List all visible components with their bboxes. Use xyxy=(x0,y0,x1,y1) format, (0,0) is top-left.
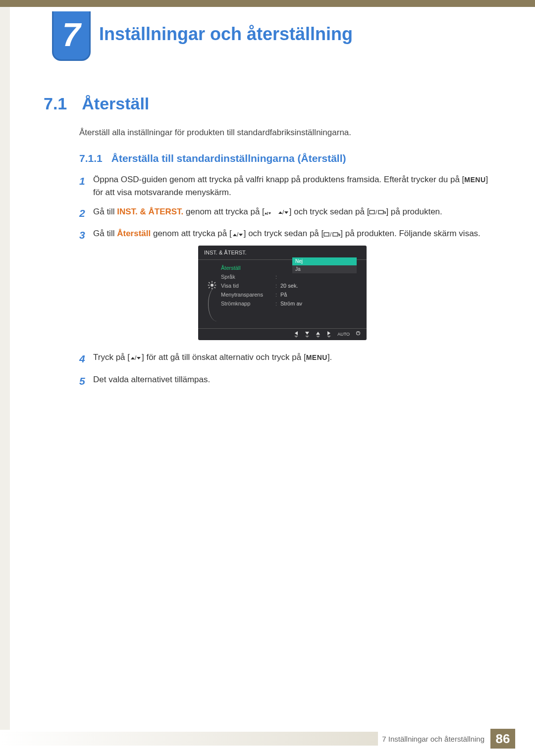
svg-rect-25 xyxy=(209,287,210,288)
up-down-arrow-icon: / xyxy=(130,351,142,364)
steps-list: 1 Öppna OSD-guiden genom att trycka på v… xyxy=(79,173,490,395)
section-title: Återställ xyxy=(82,94,149,113)
osd-footer: AUTO xyxy=(198,328,367,340)
step-4: 4 Tryck på [/] för att gå till önskat al… xyxy=(79,351,490,367)
up-down-arrow-icon: / xyxy=(232,228,244,241)
svg-rect-19 xyxy=(212,281,213,283)
svg-marker-6 xyxy=(278,211,282,214)
svg-rect-26 xyxy=(214,282,215,284)
svg-rect-15 xyxy=(324,233,329,236)
step-2: 2 Gå till INST. & ÅTERST. genom att tryc… xyxy=(79,205,490,222)
svg-rect-22 xyxy=(214,285,216,286)
svg-marker-31 xyxy=(316,332,320,335)
svg-marker-39 xyxy=(137,357,141,359)
svg-rect-17 xyxy=(333,233,338,236)
step-body: Tryck på [/] för att gå till önskat alte… xyxy=(93,351,490,367)
step-text: genom att trycka på [ xyxy=(183,207,264,216)
osd-item-power-button: Strömknapp : Ström av xyxy=(221,300,362,308)
step-number: 4 xyxy=(79,351,93,367)
svg-text:/: / xyxy=(330,231,332,238)
auto-label: AUTO xyxy=(337,331,350,338)
step-text: Öppna OSD-guiden genom att trycka på val… xyxy=(93,175,464,184)
svg-rect-23 xyxy=(209,282,210,284)
source-enter-icon: / xyxy=(369,205,386,218)
up-down-arrow-icon: / xyxy=(277,205,289,218)
step-text: ]. xyxy=(327,353,332,362)
step-body: Öppna OSD-guiden genom att trycka på val… xyxy=(93,173,490,200)
osd-item-transparency: Menytransparens : På xyxy=(221,291,362,300)
subsection-title: Återställa till standardinställningarna … xyxy=(111,152,346,164)
section-heading: 7.1Återställ xyxy=(44,94,149,113)
osd-item-language: Språk : xyxy=(221,273,362,282)
up-down-arrow-icon xyxy=(265,205,277,218)
side-accent-bar xyxy=(0,7,10,730)
osd-screenshot: INST. & ÅTERST. Återställ Språk : xyxy=(198,246,367,340)
svg-marker-28 xyxy=(294,336,298,338)
power-icon xyxy=(356,331,361,338)
osd-popup: Nej Ja xyxy=(292,257,357,273)
osd-item-value: 20 sek. xyxy=(280,282,298,290)
osd-item-display-time: Visa tid : 20 sek. xyxy=(221,282,362,291)
svg-marker-34 xyxy=(327,336,331,338)
subsection-heading: 7.1.1Återställa till standardinställning… xyxy=(79,152,346,164)
svg-text:/: / xyxy=(237,231,239,238)
chapter-number-tab: 7 xyxy=(52,11,91,61)
page-number: 86 xyxy=(490,729,515,749)
step-text: ] på produkten. xyxy=(386,207,442,216)
menu-key: MENU xyxy=(464,176,485,184)
top-accent-bar xyxy=(0,0,535,7)
step-number: 1 xyxy=(79,173,93,200)
step-body: Gå till INST. & ÅTERST. genom att trycka… xyxy=(93,205,490,222)
svg-rect-1 xyxy=(267,212,268,215)
step-text: ] och tryck sedan på [ xyxy=(289,207,370,216)
svg-rect-9 xyxy=(370,210,374,214)
svg-marker-29 xyxy=(305,332,309,335)
svg-rect-21 xyxy=(208,285,210,286)
step-3: 3 Gå till Återställ genom att trycka på … xyxy=(79,227,490,345)
step-text: Gå till xyxy=(93,229,117,238)
step-number: 2 xyxy=(79,205,93,222)
nav-right-icon xyxy=(326,331,331,338)
step-text: Tryck på [ xyxy=(93,353,130,362)
section-intro: Återställ alla inställningar för produkt… xyxy=(79,128,351,138)
nav-left-icon xyxy=(294,331,299,338)
colon: : xyxy=(275,273,280,281)
osd-item-value: Ström av xyxy=(280,300,302,308)
svg-marker-37 xyxy=(131,357,135,359)
footer-gradient xyxy=(0,732,378,746)
svg-marker-33 xyxy=(327,331,330,335)
step-body: Gå till Återställ genom att trycka på [/… xyxy=(93,227,490,345)
osd-item-value: På xyxy=(280,291,287,299)
nav-up-icon xyxy=(316,331,321,338)
osd-title: INST. & ÅTERST. xyxy=(198,246,367,258)
svg-marker-32 xyxy=(316,336,320,338)
colon: : xyxy=(275,291,280,299)
svg-marker-30 xyxy=(305,336,309,338)
menu-path-emph: Återställ xyxy=(117,229,151,238)
page-footer: 7 Inställningar och återställning 86 xyxy=(0,730,535,747)
step-body: Det valda alternativet tillämpas. xyxy=(93,373,490,390)
svg-text:/: / xyxy=(135,354,137,361)
svg-text:/: / xyxy=(282,209,284,216)
section-number: 7.1 xyxy=(44,94,67,113)
step-number: 5 xyxy=(79,373,93,390)
step-text: ] för att gå till önskat alternativ och … xyxy=(142,353,306,362)
osd-item-label: Visa tid xyxy=(221,282,275,290)
osd-left-rail xyxy=(203,263,221,321)
step-text: Gå till xyxy=(93,207,117,216)
colon: : xyxy=(275,300,280,308)
svg-marker-14 xyxy=(239,234,243,236)
svg-marker-2 xyxy=(268,212,271,214)
step-text: genom att trycka på [ xyxy=(151,229,231,238)
osd-item-label: Strömknapp xyxy=(221,300,275,308)
svg-text:/: / xyxy=(375,209,377,216)
step-number: 3 xyxy=(79,227,93,345)
osd-item-label: Menytransparens xyxy=(221,291,275,299)
step-1: 1 Öppna OSD-guiden genom att trycka på v… xyxy=(79,173,490,200)
source-enter-icon: / xyxy=(323,228,340,241)
chapter-title: Inställningar och återställning xyxy=(99,24,353,45)
osd-item-label: Återställ xyxy=(221,264,275,272)
step-text: ] på produkten. Följande skärm visas. xyxy=(340,229,481,238)
svg-marker-12 xyxy=(233,234,237,236)
svg-point-18 xyxy=(211,284,214,287)
